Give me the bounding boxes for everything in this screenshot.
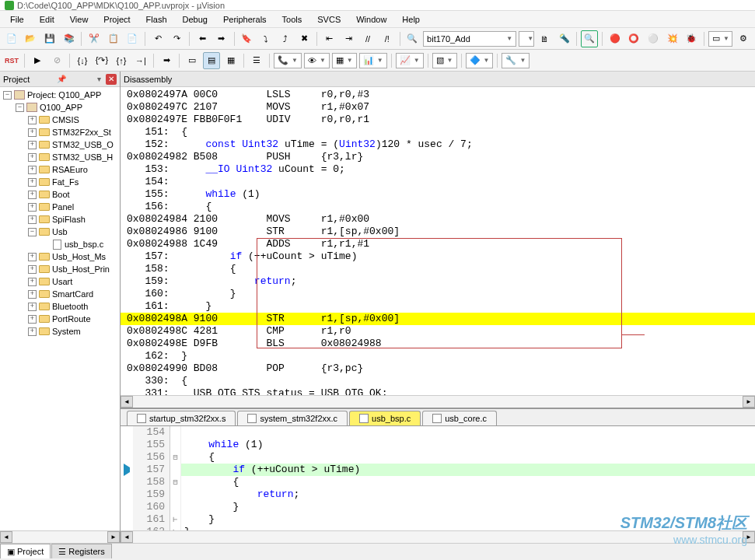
watch-combo[interactable]: 👁▼ — [304, 53, 330, 68]
code-line[interactable]: return; — [181, 488, 755, 501]
fold-gutter[interactable]: ⊟⊟⊢⊢ — [170, 426, 181, 530]
copy-icon[interactable]: 📋 — [105, 30, 122, 47]
system-viewer-combo[interactable]: 🔷▼ — [466, 53, 494, 68]
menu-edit[interactable]: Edit — [33, 12, 61, 26]
show-next-statement-icon[interactable]: ➡ — [158, 52, 175, 69]
code-line[interactable]: if (++uCount > uTime) — [181, 464, 755, 476]
window-layout-combo[interactable]: ▭▼ — [708, 31, 733, 47]
menu-debug[interactable]: Debug — [176, 12, 215, 26]
run-icon[interactable]: ▶ — [29, 52, 46, 69]
scroll-right-icon[interactable]: ► — [107, 531, 120, 543]
tree-folder-fat_fs[interactable]: +Fat_Fs — [2, 176, 118, 188]
toolbox-combo[interactable]: 🔧▼ — [502, 53, 530, 68]
redo-icon[interactable]: ↷ — [169, 30, 186, 47]
code-line[interactable]: } — [181, 501, 755, 513]
tree-folder-bluetooth[interactable]: +Bluetooth — [2, 300, 118, 313]
tree-folder-spiflash[interactable]: +SpiFlash — [2, 213, 118, 226]
disasm-line[interactable]: 152: const Uint32 uTime = (Uint32)120 * … — [121, 138, 755, 151]
find-combo[interactable]: bit170_Add ▼ — [423, 31, 516, 47]
disasm-line[interactable]: 159: return; — [121, 275, 755, 288]
disasm-line[interactable]: 153: __IO Uint32 uCount = 0; — [121, 163, 755, 176]
editor-tab-usb_bsp-c[interactable]: usb_bsp.c — [349, 411, 421, 425]
comment-icon[interactable]: // — [359, 30, 376, 47]
disasm-scrollbar[interactable]: ◄► — [121, 395, 755, 408]
editor-tab-usb_core-c[interactable]: usb_core.c — [422, 411, 497, 425]
stop-icon[interactable]: ⊘ — [48, 52, 65, 69]
registers-window-icon[interactable]: ☰ — [248, 52, 265, 69]
dropdown-icon[interactable]: ▾ — [93, 74, 104, 85]
serial-combo[interactable]: 📊▼ — [359, 53, 387, 68]
disasm-line[interactable]: 155: while (1) — [121, 188, 755, 201]
disasm-line[interactable]: 151: { — [121, 126, 755, 138]
menu-window[interactable]: Window — [349, 12, 393, 26]
tree-folder-cmsis[interactable]: +CMSIS — [2, 114, 118, 126]
menu-tools[interactable]: Tools — [275, 12, 309, 26]
bottom-tab-registers[interactable]: ☰Registers — [51, 544, 111, 558]
bookmark-next-icon[interactable]: ⤵ — [257, 30, 274, 47]
disasm-line[interactable]: 160: } — [121, 288, 755, 300]
reset-icon[interactable]: RST — [3, 52, 20, 69]
command-window-icon[interactable]: ▭ — [184, 52, 201, 69]
menu-flash[interactable]: Flash — [139, 12, 174, 26]
menu-peripherals[interactable]: Peripherals — [216, 12, 274, 26]
undo-icon[interactable]: ↶ — [149, 30, 166, 47]
pin-icon[interactable]: 📌 — [56, 74, 67, 85]
debug-icon[interactable]: 🔍 — [581, 30, 598, 47]
step-into-icon[interactable]: {↓} — [74, 52, 91, 69]
code-line[interactable]: { — [181, 476, 755, 488]
tree-folder-usb[interactable]: −Usb — [2, 226, 118, 238]
tree-folder-stm32_usb_h[interactable]: +STM32_USB_H — [2, 151, 118, 163]
disasm-line[interactable]: 0x0802498C 4281 CMP r1,r0 — [121, 325, 755, 338]
tree-folder-usb_host_prin[interactable]: +Usb_Host_Prin — [2, 263, 118, 275]
tree-project-root[interactable]: −Project: Q100_APP — [2, 89, 118, 101]
tree-folder-smartcard[interactable]: +SmartCard — [2, 288, 118, 300]
disasm-line[interactable]: 161: } — [121, 300, 755, 313]
bottom-tab-project[interactable]: ▣Project — [0, 544, 51, 558]
save-all-icon[interactable]: 📚 — [61, 30, 78, 47]
disassembly-window-icon[interactable]: ▤ — [203, 52, 220, 69]
editor-body[interactable]: 154155156157158159160161162 ⊟⊟⊢⊢ while (… — [121, 426, 755, 530]
memory-combo[interactable]: ▦▼ — [332, 53, 357, 68]
disasm-line[interactable]: 0x08024984 2100 MOVS r1,#0x00 — [121, 213, 755, 226]
disasm-line[interactable]: 330: { — [121, 375, 755, 387]
editor-tab-system_stm32f2xx-c[interactable]: system_stm32f2xx.c — [237, 411, 348, 425]
tree-folder-usart[interactable]: +Usart — [2, 275, 118, 288]
outdent-icon[interactable]: ⇥ — [341, 30, 358, 47]
nav-fwd-icon[interactable]: ➡ — [213, 30, 230, 47]
tree-folder-system[interactable]: +System — [2, 325, 118, 338]
editor-scrollbar[interactable]: ◄► — [121, 530, 755, 543]
breakpoint-gutter[interactable] — [121, 426, 133, 530]
call-stack-combo[interactable]: 📞▼ — [274, 53, 302, 68]
trace-combo[interactable]: ▧▼ — [432, 53, 457, 68]
disassembly-body[interactable]: 0x0802497A 00C0 LSLS r0,r0,#30x0802497C … — [121, 87, 755, 395]
run-to-cursor-icon[interactable]: →| — [132, 52, 149, 69]
step-over-icon[interactable]: {↷} — [93, 52, 110, 69]
tree-folder-rsaeuro[interactable]: +RSAEuro — [2, 163, 118, 176]
scroll-left-icon[interactable]: ◄ — [0, 531, 12, 543]
disasm-line[interactable]: 0x0802497C 2107 MOVS r1,#0x07 — [121, 101, 755, 114]
disasm-line[interactable]: 156: { — [121, 201, 755, 213]
save-icon[interactable]: 💾 — [41, 30, 58, 47]
close-panel-icon[interactable]: ✕ — [106, 74, 117, 85]
symbol-window-icon[interactable]: ▦ — [222, 52, 239, 69]
config-icon[interactable]: ⚙ — [735, 30, 752, 47]
find-icon[interactable]: 🔍 — [404, 30, 421, 47]
incremental-find-icon[interactable]: 🔦 — [556, 30, 573, 47]
bookmark-clear-icon[interactable]: ✖ — [295, 30, 313, 47]
disasm-line[interactable]: 0x0802498E D9FB BLS 0x08024988 — [121, 338, 755, 350]
disasm-line[interactable]: 157: if (++uCount > uTime) — [121, 250, 755, 263]
menu-svcs[interactable]: SVCS — [310, 12, 348, 26]
disasm-line[interactable]: 0x08024990 BD08 POP {r3,pc} — [121, 362, 755, 375]
tree-folder-stm32f2xx_st[interactable]: +STM32F2xx_St — [2, 126, 118, 138]
new-file-icon[interactable]: 📄 — [3, 30, 20, 47]
breakpoint-list-icon[interactable]: 🐞 — [683, 30, 700, 47]
nav-back-icon[interactable]: ⬅ — [194, 30, 211, 47]
menu-view[interactable]: View — [63, 12, 96, 26]
tree-folder-stm32_usb_o[interactable]: +STM32_USB_O — [2, 138, 118, 151]
paste-icon[interactable]: 📄 — [124, 30, 142, 47]
code-line[interactable]: } — [181, 513, 755, 526]
find-in-files-icon[interactable]: 🗎 — [537, 30, 554, 47]
tree-target[interactable]: −Q100_APP — [2, 101, 118, 114]
disasm-line[interactable]: 158: { — [121, 263, 755, 275]
editor-tab-startup_stm32f2xx-s[interactable]: startup_stm32f2xx.s — [127, 411, 236, 425]
